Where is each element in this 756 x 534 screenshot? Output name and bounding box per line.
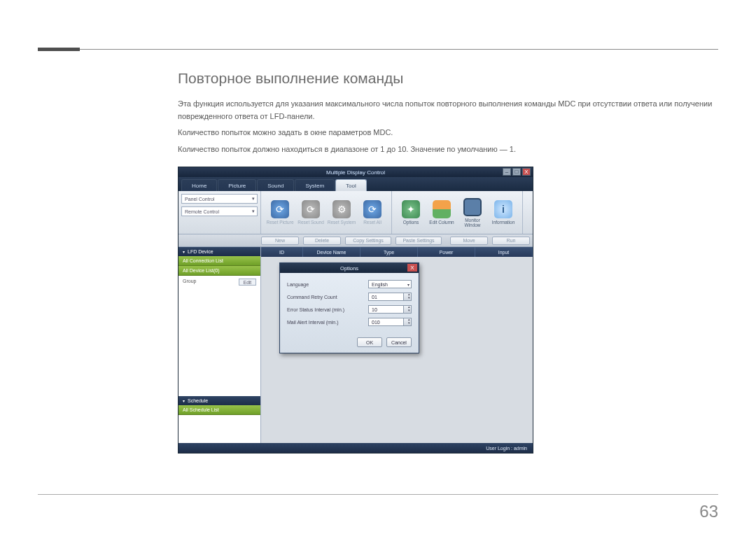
grid-body: Options X Language English Command Retry… <box>261 257 533 443</box>
dialog-cancel-button[interactable]: Cancel <box>386 337 412 347</box>
mail-interval-spinner[interactable]: 010 <box>368 318 412 326</box>
reset-system-icon: ⚙ <box>332 200 351 218</box>
paragraph-3: Количество попыток должно находиться в д… <box>178 143 724 156</box>
edit-column-button[interactable]: Edit Column <box>427 199 456 226</box>
lfd-device-header[interactable]: LFD Device <box>178 247 260 256</box>
remote-control-combo[interactable]: Remote Control <box>181 206 258 216</box>
group-edit-button[interactable]: Edit <box>239 279 256 286</box>
col-type[interactable]: Type <box>360 247 418 257</box>
options-label: Options <box>403 220 419 225</box>
footer-rule <box>38 494 718 495</box>
reset-system-button[interactable]: ⚙ Reset System <box>327 199 356 226</box>
tab-home[interactable]: Home <box>181 179 217 191</box>
col-power[interactable]: Power <box>418 247 475 257</box>
reset-all-icon: ⟳ <box>363 200 382 218</box>
options-button[interactable]: ✦ Options <box>396 199 426 226</box>
paragraph-2: Количество попыток можно задать в окне п… <box>178 127 724 139</box>
status-text: User Login : admin <box>486 446 527 451</box>
language-select[interactable]: English <box>368 280 412 288</box>
mail-interval-label: Mail Alert Interval (min.) <box>287 320 368 325</box>
monitor-window-button[interactable]: Monitor Window <box>458 197 487 229</box>
section-title: Повторное выполнение команды <box>178 70 724 87</box>
col-device-name[interactable]: Device Name <box>303 247 360 257</box>
window-title: Multiple Display Control <box>326 169 385 176</box>
reset-sound-button[interactable]: ⟳ Reset Sound <box>296 199 326 226</box>
maximize-button[interactable]: □ <box>512 168 521 176</box>
dialog-titlebar: Options X <box>280 263 419 273</box>
header-rule <box>38 49 718 50</box>
reset-all-button[interactable]: ⟳ Reset All <box>358 199 387 226</box>
reset-system-label: Reset System <box>328 220 356 225</box>
tab-sound[interactable]: Sound <box>257 179 294 191</box>
paste-settings-button[interactable]: Paste Settings <box>396 237 442 245</box>
row-language: Language English <box>287 280 412 288</box>
information-icon: i <box>494 200 512 218</box>
move-button[interactable]: Move <box>450 237 488 245</box>
mdc-app-window: Multiple Display Control – □ X Home Pict… <box>178 167 533 454</box>
delete-button[interactable]: Delete <box>303 237 341 245</box>
new-button[interactable]: New <box>261 237 299 245</box>
reset-sound-label: Reset Sound <box>298 220 324 225</box>
ribbon-control-panel: Panel Control Remote Control <box>178 191 261 234</box>
reset-picture-button[interactable]: ⟳ Reset Picture <box>265 199 295 226</box>
edit-column-label: Edit Column <box>429 220 454 225</box>
error-interval-label: Error Status Interval (min.) <box>287 307 368 312</box>
grid-columns: ID Device Name Type Power Input <box>261 247 533 257</box>
reset-sound-icon: ⟳ <box>302 200 320 218</box>
row-error-interval: Error Status Interval (min.) 10 <box>287 305 412 314</box>
minimize-button[interactable]: – <box>503 168 511 176</box>
dialog-ok-button[interactable]: OK <box>357 337 382 347</box>
options-dialog: Options X Language English Command Retry… <box>279 262 419 353</box>
row-retry: Command Retry Count 01 <box>287 293 412 301</box>
all-schedule-list[interactable]: All Schedule List <box>178 405 260 415</box>
schedule-header[interactable]: Schedule <box>178 396 260 405</box>
window-buttons: – □ X <box>503 168 531 176</box>
main-tabs: Home Picture Sound System Tool <box>178 177 533 191</box>
information-label: Information <box>492 220 515 225</box>
ribbon-buttons: ⟳ Reset Picture ⟳ Reset Sound ⚙ Reset Sy… <box>261 191 533 234</box>
dialog-title-text: Options <box>340 265 358 272</box>
retry-label: Command Retry Count <box>287 295 368 300</box>
run-button[interactable]: Run <box>492 237 530 245</box>
tab-picture[interactable]: Picture <box>218 179 256 191</box>
copy-settings-button[interactable]: Copy Settings <box>345 237 391 245</box>
col-id[interactable]: ID <box>261 247 303 257</box>
tab-tool[interactable]: Tool <box>335 179 367 191</box>
status-bar: User Login : admin <box>178 443 533 453</box>
col-input[interactable]: Input <box>475 247 533 257</box>
edit-column-icon <box>433 200 451 218</box>
panel-control-combo[interactable]: Panel Control <box>181 194 258 204</box>
page-number: 63 <box>699 502 718 521</box>
all-device-list[interactable]: All Device List(0) <box>178 266 260 276</box>
language-label: Language <box>287 282 368 287</box>
reset-picture-icon: ⟳ <box>271 200 289 218</box>
options-icon: ✦ <box>402 200 420 218</box>
toolbar-row: New Delete Copy Settings Paste Settings … <box>178 234 533 247</box>
group-panel: Group Edit <box>178 276 260 396</box>
reset-picture-label: Reset Picture <box>266 220 293 225</box>
ribbon: Panel Control Remote Control ⟳ Reset Pic… <box>178 191 533 234</box>
device-grid: ID Device Name Type Power Input Options … <box>261 247 533 443</box>
monitor-window-icon <box>463 198 482 216</box>
paragraph-1: Эта функция используется для указания ма… <box>178 98 724 122</box>
window-close-button[interactable]: X <box>522 168 531 176</box>
reset-all-label: Reset All <box>363 220 382 225</box>
information-button[interactable]: i Information <box>489 199 518 226</box>
error-interval-spinner[interactable]: 10 <box>368 305 412 314</box>
page-content: Повторное выполнение команды Эта функция… <box>178 70 724 454</box>
tab-system[interactable]: System <box>295 179 335 191</box>
all-connection-list[interactable]: All Connection List <box>178 256 260 266</box>
titlebar: Multiple Display Control – □ X <box>178 167 533 177</box>
row-mail-interval: Mail Alert Interval (min.) 010 <box>287 318 412 326</box>
monitor-window-label: Monitor Window <box>458 218 487 227</box>
sidebar: LFD Device All Connection List All Devic… <box>178 247 261 443</box>
dialog-close-button[interactable]: X <box>407 264 417 272</box>
retry-spinner[interactable]: 01 <box>368 293 412 301</box>
group-label: Group <box>183 279 196 283</box>
